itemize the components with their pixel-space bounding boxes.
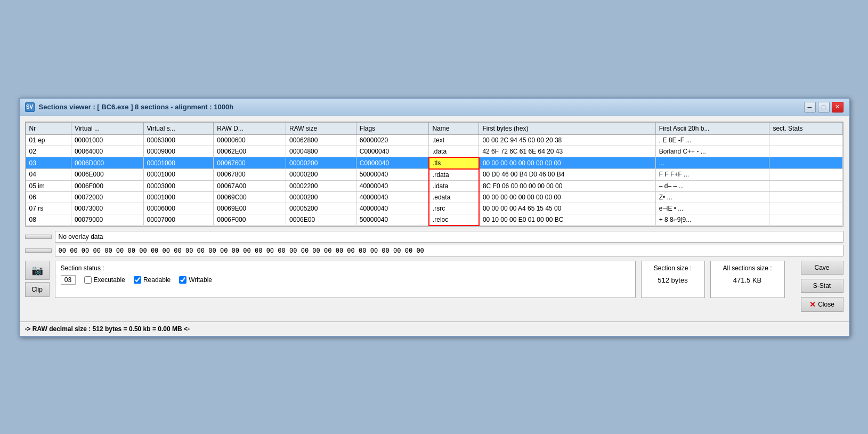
table-cell: 00001000 [143,169,214,181]
table-cell: 00004800 [286,146,356,157]
table-cell: – d– – ... [655,180,769,191]
overlay-row: No overlay data [25,231,843,243]
executable-label: Executable [94,276,125,284]
table-cell: 00 D0 46 00 B4 D0 46 00 B4 [479,169,655,181]
table-cell: 00006000 [143,203,214,214]
close-x-icon: ✕ [809,300,816,309]
sstat-button[interactable]: S-Stat [801,279,843,293]
table-cell: 00 00 2C 94 45 00 00 20 38 [479,134,655,146]
table-cell: 00000200 [286,191,356,203]
executable-checkbox-item[interactable]: Executable [84,276,125,284]
table-cell: , E 8E -F ... [655,134,769,146]
table-cell: 00001000 [143,191,214,203]
table-row[interactable]: 07 rs000730000000600000069E0000005200400… [26,203,842,214]
table-row[interactable]: 0800079000000070000006F0000006E005000004… [26,214,842,226]
table-cell: + 8 8⌐9|9... [655,214,769,226]
table-cell: 00063000 [143,134,214,146]
minimize-button[interactable]: ─ [804,102,816,112]
readable-checkbox-item[interactable]: Readable [134,276,171,284]
overlay-button[interactable] [25,235,52,239]
table-cell: 8C F0 06 00 00 00 00 00 00 [479,180,655,191]
table-cell: 40000040 [356,203,429,214]
window-icon: SV [25,102,35,112]
section-status-title: Section status : [61,264,630,272]
writable-label: Writable [189,276,212,284]
table-cell [769,169,842,181]
clip-button[interactable]: Clip [25,282,50,297]
hex-row: 00 00 00 00 00 00 00 00 00 00 00 00 00 0… [25,245,843,256]
table-cell: 00 10 00 00 E0 01 00 00 BC [479,214,655,226]
table-row[interactable]: 01 ep00001000000630000000060000062800600… [26,134,842,146]
table-cell: 00062E00 [214,146,286,157]
table-cell: 00 00 00 00 00 00 00 00 00 [479,191,655,203]
table-cell: .data [429,146,479,157]
readable-label: Readable [143,276,171,284]
section-size-panel: Section size : 512 bytes [641,261,705,298]
readable-checkbox[interactable] [134,276,141,284]
all-sections-value: 471.5 KB [716,276,779,284]
table-cell: .edata [429,191,479,203]
title-bar: SV Sections viewer : [ BC6.exe ] 8 secti… [20,99,849,116]
table-cell [769,146,842,157]
footer-bar: -> RAW decimal size : 512 bytes = 0.50 k… [20,322,849,336]
hex-button[interactable] [25,248,52,253]
table-cell [769,191,842,203]
cave-button[interactable]: Cave [801,261,843,275]
table-cell: 60000020 [356,134,429,146]
table-cell: 50000040 [356,214,429,226]
table-cell: 01 ep [26,134,71,146]
table-cell: 0006E000 [71,169,143,181]
table-cell: 03 [26,157,71,169]
table-cell: 0006E00 [286,214,356,226]
table-cell: 00067800 [214,169,286,181]
col-header-sect-stats: sect. Stats [769,122,842,134]
writable-checkbox-item[interactable]: Writable [179,276,212,284]
table-cell: 05 im [26,180,71,191]
executable-checkbox[interactable] [84,276,92,284]
table-row[interactable]: 06000720000000100000069C0000000200400000… [26,191,842,203]
restore-button[interactable]: □ [818,102,830,112]
close-action-label: Close [818,301,834,308]
table-row[interactable]: 040006E000000010000006780000000200500000… [26,169,842,181]
table-cell: 40000040 [356,180,429,191]
table-header-row: Nr Virtual ... Virtual s... RAW D... RAW… [26,122,842,134]
table-cell: 07 rs [26,203,71,214]
clip-label: Clip [31,286,43,293]
all-sections-panel: All sections size : 471.5 KB [710,261,785,298]
table-cell: 40000040 [356,191,429,203]
table-cell: 0006F000 [214,214,286,226]
table-cell [769,134,842,146]
table-row[interactable]: 02000640000000900000062E0000004800C00000… [26,146,842,157]
table-cell: .idata [429,180,479,191]
section-size-title: Section size : [647,264,699,272]
table-cell: 00001000 [71,134,143,146]
table-cell [769,203,842,214]
sections-table: Nr Virtual ... Virtual s... RAW D... RAW… [26,122,843,226]
table-row[interactable]: 05 im0006F0000000300000067A0000002200400… [26,180,842,191]
table-cell: 00000200 [286,169,356,181]
table-cell: 00005200 [286,203,356,214]
window-close-button[interactable]: ✕ [832,102,843,112]
table-cell: 02 [26,146,71,157]
title-controls: ─ □ ✕ [804,102,843,112]
writable-checkbox[interactable] [179,276,186,284]
title-bar-left: SV Sections viewer : [ BC6.exe ] 8 secti… [25,102,234,112]
table-row[interactable]: 030006D000000010000006760000000200C00000… [26,157,842,169]
col-header-raw-size: RAW size [286,122,356,134]
table-cell: 00073000 [71,203,143,214]
col-header-first-bytes: First bytes (hex) [479,122,655,134]
camera-clip-col: 📷 Clip [25,261,50,297]
camera-button[interactable]: 📷 [25,261,50,280]
table-cell: 00079000 [71,214,143,226]
table-cell: .rsrc [429,203,479,214]
table-cell: 42 6F 72 6C 61 6E 64 20 43 [479,146,655,157]
close-action-button[interactable]: ✕ Close [801,297,843,312]
col-header-virtual-addr: Virtual ... [71,122,143,134]
table-cell: ... [655,157,769,169]
table-cell: 00062800 [286,134,356,146]
table-cell [769,157,842,169]
table-cell: 06 [26,191,71,203]
camera-icon: 📷 [31,264,43,276]
sections-table-container: Nr Virtual ... Virtual s... RAW D... RAW… [25,122,843,227]
table-cell: 0006D000 [71,157,143,169]
